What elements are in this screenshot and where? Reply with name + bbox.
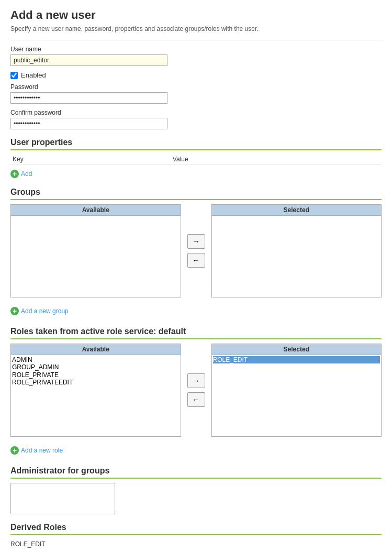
roles-title: Roles taken from active role service: de… [10,327,382,336]
groups-move-right-button[interactable] [187,234,205,249]
username-field-block: User name [10,46,382,66]
derived-roles-list: ROLE_EDIT [10,539,382,549]
add-property-link[interactable]: + Add [10,170,32,178]
username-label: User name [10,46,382,53]
groups-title: Groups [10,187,382,197]
roles-move-buttons [181,373,211,407]
groups-move-left-button[interactable] [187,253,205,268]
user-properties-title: User properties [10,138,382,147]
roles-available-list[interactable]: ADMINGROUP_ADMINROLE_PRIVATEROLE_PRIVATE… [11,355,181,436]
add-role-link[interactable]: + Add a new role [10,446,63,455]
password-field-block: Password [10,83,382,104]
top-divider [10,40,382,40]
page-title: Add a new user [10,8,382,22]
add-group-link[interactable]: + Add a new group [10,307,69,315]
roles-selected-list[interactable]: ROLE_EDIT [212,355,382,436]
add-role-label: Add a new role [21,447,63,454]
roles-selected-panel: Selected ROLE_EDIT [211,344,382,437]
groups-selected-panel: Selected [211,204,382,297]
page-subtitle: Specify a new user name, password, prope… [10,25,382,32]
groups-divider [10,199,382,200]
password-label: Password [10,83,382,91]
roles-selected-header: Selected [212,344,382,355]
groups-available-panel: Available [10,204,181,297]
admin-groups-title: Administrator for groups [10,466,382,476]
derived-role-item: ROLE_EDIT [10,539,382,549]
user-properties-divider [10,149,382,150]
derived-roles-title: Derived Roles [10,523,382,532]
add-property-label: Add [21,170,32,178]
admin-groups-list[interactable] [10,483,115,514]
confirm-password-field-block: Confirm password [10,109,382,129]
enabled-label: Enabled [21,71,46,79]
key-col-header: Key [10,154,171,164]
roles-divider [10,338,382,339]
password-input[interactable] [10,92,167,104]
roles-arrow-left-icon [193,395,200,404]
roles-move-left-button[interactable] [187,392,205,407]
confirm-password-input[interactable] [10,118,167,129]
enabled-checkbox[interactable] [10,72,18,79]
username-input[interactable] [10,54,167,66]
enabled-row: Enabled [10,71,382,79]
admin-groups-divider [10,478,382,479]
groups-move-buttons [181,234,211,268]
add-group-icon: + [10,307,19,315]
confirm-password-label: Confirm password [10,109,382,116]
roles-available-panel: Available ADMINGROUP_ADMINROLE_PRIVATERO… [10,344,181,437]
roles-arrow-right-icon [193,377,200,385]
roles-dual-list: Available ADMINGROUP_ADMINROLE_PRIVATERO… [10,344,382,437]
add-group-label: Add a new group [21,307,69,315]
add-role-icon: + [10,446,19,455]
add-property-icon: + [10,170,19,178]
groups-selected-header: Selected [212,205,382,216]
groups-arrow-left-icon [193,256,200,264]
groups-selected-list[interactable] [212,216,382,297]
groups-arrow-right-icon [193,237,200,246]
value-col-header: Value [171,154,382,164]
groups-dual-list: Available Selected [10,204,382,297]
groups-available-header: Available [11,205,181,216]
roles-move-right-button[interactable] [187,373,205,388]
roles-available-header: Available [11,344,181,355]
user-properties-table: Key Value [10,154,382,164]
groups-available-list[interactable] [11,216,181,297]
derived-roles-divider [10,534,382,535]
